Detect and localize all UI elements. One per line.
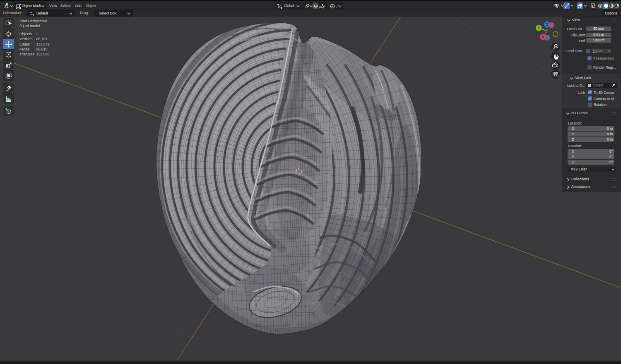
svg-text:X: X [542,35,544,39]
svg-text:Z: Z [546,22,548,26]
svg-text:Y: Y [537,26,540,30]
